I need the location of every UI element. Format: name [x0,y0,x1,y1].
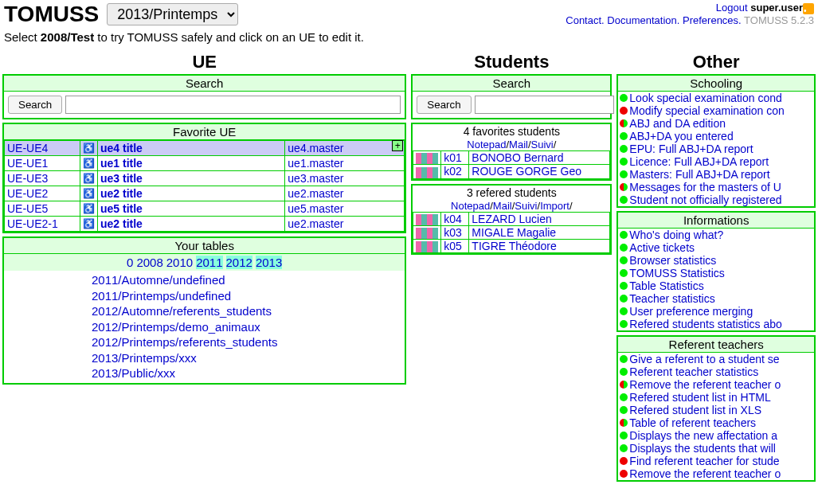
ue-search-input[interactable] [65,96,401,114]
ue-search-head: Search [4,76,405,92]
other-item[interactable]: Browser statistics [618,254,814,267]
fav-ue-row[interactable]: UE-UE2♿ue2 titleue2.master [5,186,405,201]
stud-link-mail[interactable]: Mail [493,200,512,212]
status-dot [620,470,628,478]
yourtables-links: 2011/Automne/undefined2011/Printemps/und… [4,271,405,383]
other-item[interactable]: Refered students statistics abo [618,318,814,330]
other-item[interactable]: Messages for the masters of U [618,181,814,193]
table-link[interactable]: 2011/Printemps/undefined [92,288,405,304]
other-item[interactable]: Find referent teacher for stude [618,455,814,467]
table-link[interactable]: 2012/Automne/referents_students [92,303,405,319]
rss-icon[interactable] [803,3,814,14]
year-2013[interactable]: 2013 [256,256,282,269]
stud-link-suivi[interactable]: Suivi [515,200,537,212]
table-link[interactable]: 2011/Automne/undefined [92,272,405,288]
status-dot [620,406,628,414]
other-item[interactable]: Masters: Full ABJ+DA report [618,168,814,181]
refstud-head: 3 refered students [413,186,610,200]
other-item[interactable]: Teacher statistics [618,292,814,305]
year-2010[interactable]: 2010 [166,256,193,269]
refstud-table: k04LEZARD Lucienk03MIGALE Magaliek05TIGR… [413,212,610,254]
other-item[interactable]: Refered student list in XLS [618,404,814,416]
other-item[interactable]: Who's doing what? [618,229,814,241]
fav-ue-row[interactable]: UE-UE5♿ue5 titleue5.master [5,201,405,217]
bar-icon [416,228,438,239]
table-link[interactable]: 2013/Public/xxx [92,365,405,381]
favstud-head: 4 favorites students [413,124,610,139]
table-link[interactable]: 2012/Printemps/demo_animaux [92,319,405,335]
schooling-head: Schooling [618,76,814,92]
fav-ue-table: UE-UE4♿ue4 titleue4.masterUE-UE1♿ue1 tit… [4,140,405,232]
other-item[interactable]: Active tickets [618,241,814,254]
student-row[interactable]: k03MIGALE Magalie [413,225,610,239]
status-dot [620,196,628,204]
stud-link-notepad[interactable]: Notepad [451,200,490,212]
user-label: super.user [750,2,803,14]
other-item[interactable]: User preference merging [618,305,814,318]
student-row[interactable]: k01BONOBO Bernard [413,151,610,165]
fav-ue-row[interactable]: UE-UE3♿ue3 titleue3.master [5,171,405,186]
fav-ue-row[interactable]: UE-UE4♿ue4 titleue4.master [5,141,405,156]
other-item[interactable]: Student not officially registered [618,193,814,206]
other-title: Other [616,50,816,74]
other-item[interactable]: ABJ+DA you entered [618,130,814,143]
other-item[interactable]: Displays the new affectation a [618,429,814,442]
status-dot [620,244,628,252]
other-item[interactable]: Referent teacher statistics [618,365,814,378]
year-2011[interactable]: 2011 [196,256,222,269]
other-item[interactable]: Refered student list in HTML [618,391,814,404]
status-dot [620,170,628,178]
student-row[interactable]: k04LEZARD Lucien [413,212,610,225]
status-dot [620,355,628,363]
favstud-table: k01BONOBO Bernardk02ROUGE GORGE Geo [413,150,610,179]
other-item[interactable]: Licence: Full ABJ+DA report [618,155,814,168]
status-dot [620,368,628,376]
status-dot [620,119,628,127]
semester-select[interactable]: 2013/Printemps [107,3,238,25]
status-dot [620,107,628,115]
bar-icon [416,167,438,178]
other-item[interactable]: Give a referent to a student se [618,353,814,365]
status-dot [620,393,628,401]
logout-link[interactable]: Logout [716,2,748,14]
other-item[interactable]: Remove the referent teacher o [618,378,814,391]
status-dot [620,158,628,166]
stud-search-button[interactable]: Search [417,96,471,114]
contact-link[interactable]: Contact. [566,14,604,26]
other-item[interactable]: Table of referent teachers [618,416,814,429]
year-0[interactable]: 0 [127,256,133,269]
stud-link-mail[interactable]: Mail [509,139,528,150]
add-fav-button[interactable]: + [392,140,403,151]
other-item[interactable]: TOMUSS Statistics [618,267,814,279]
other-item[interactable]: Remove the referent teacher o [618,467,814,480]
other-item[interactable]: Table Statistics [618,279,814,292]
year-2012[interactable]: 2012 [226,256,252,269]
fav-ue-row[interactable]: UE-UE1♿ue1 titleue1.master [5,156,405,171]
status-dot [620,432,628,440]
stud-link-suivi[interactable]: Suivi [531,139,554,150]
fav-ue-row[interactable]: UE-UE2-1♿ue2 titleue2.master [5,217,405,232]
status-dot [620,282,628,290]
other-item[interactable]: Look special examination cond [618,92,814,104]
yourtables-head: Your tables [4,238,405,254]
stud-link-notepad[interactable]: Notepad [467,139,506,150]
ue-search-button[interactable]: Search [8,96,62,114]
prefs-link[interactable]: Preferences. [683,14,742,26]
table-link[interactable]: 2013/Printemps/xxx [92,350,405,366]
student-row[interactable]: k02ROUGE GORGE Geo [413,165,610,178]
year-2008[interactable]: 2008 [136,256,162,269]
other-item[interactable]: Displays the students that will [618,442,814,455]
other-item[interactable]: EPU: Full ABJ+DA report [618,143,814,155]
doc-link[interactable]: Documentation. [607,14,679,26]
stud-search-input[interactable] [475,96,614,114]
table-link[interactable]: 2012/Printemps/referents_students [92,334,405,350]
stud-search-head: Search [413,76,610,92]
status-dot [620,320,628,328]
status-dot [620,457,628,465]
instruction: Select 2008/Test to try TOMUSS safely an… [0,29,818,50]
other-item[interactable]: ABJ and DA edition [618,117,814,130]
status-dot [620,381,628,389]
student-row[interactable]: k05TIGRE Théodore [413,240,610,253]
other-item[interactable]: Modify special examination con [618,104,814,117]
stud-link-import[interactable]: Import [540,200,569,212]
